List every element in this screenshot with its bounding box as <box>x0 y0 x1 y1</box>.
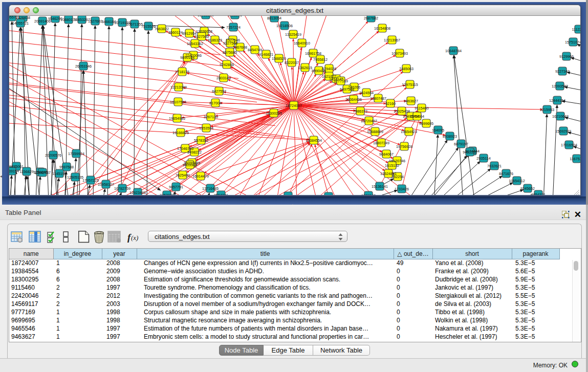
svg-text:7625402: 7625402 <box>176 173 190 178</box>
svg-text:19654985: 19654985 <box>169 116 185 121</box>
svg-text:12093582: 12093582 <box>552 84 568 89</box>
svg-text:8454749: 8454749 <box>248 48 262 52</box>
svg-text:14055721: 14055721 <box>12 21 29 26</box>
svg-text:13325419: 13325419 <box>285 32 301 37</box>
svg-text:4939154: 4939154 <box>9 169 19 173</box>
svg-text:26053346: 26053346 <box>75 64 92 69</box>
svg-text:9835061: 9835061 <box>9 164 24 169</box>
svg-text:18724007: 18724007 <box>286 103 302 108</box>
svg-text:13226058: 13226058 <box>196 29 212 34</box>
svg-text:1167533: 1167533 <box>570 157 580 161</box>
svg-text:7235952: 7235952 <box>321 194 336 195</box>
svg-text:7357224: 7357224 <box>226 25 241 30</box>
svg-text:10671355: 10671355 <box>126 22 143 27</box>
svg-text:1112228: 1112228 <box>572 27 580 32</box>
svg-text:8471676: 8471676 <box>499 171 513 176</box>
svg-text:2935114: 2935114 <box>476 156 490 161</box>
svg-text:7485063: 7485063 <box>399 67 413 71</box>
svg-text:16033809: 16033809 <box>198 16 214 17</box>
svg-text:252254: 252254 <box>391 174 404 179</box>
svg-text:16107554: 16107554 <box>170 100 186 104</box>
svg-text:9115460: 9115460 <box>415 106 428 111</box>
svg-text:3624554: 3624554 <box>359 91 374 95</box>
svg-text:12975115: 12975115 <box>402 82 418 87</box>
svg-text:1353594: 1353594 <box>199 126 213 130</box>
svg-text:16210643: 16210643 <box>552 114 569 119</box>
svg-text:1588520: 1588520 <box>272 56 286 61</box>
svg-text:9890164: 9890164 <box>180 55 194 60</box>
svg-text:164095: 164095 <box>432 128 444 133</box>
svg-text:10958107: 10958107 <box>98 182 114 187</box>
svg-text:9409948: 9409948 <box>183 163 197 167</box>
svg-text:13716485: 13716485 <box>202 186 219 191</box>
svg-text:16120746: 16120746 <box>389 159 405 163</box>
svg-text:9684067: 9684067 <box>379 152 394 157</box>
svg-text:2718176: 2718176 <box>175 70 189 74</box>
svg-text:6497568: 6497568 <box>340 87 354 92</box>
svg-text:19218506: 19218506 <box>276 24 293 28</box>
svg-text:15751074: 15751074 <box>565 40 580 45</box>
svg-text:3267130: 3267130 <box>204 115 218 119</box>
svg-text:12213389: 12213389 <box>170 85 187 90</box>
svg-text:9463627: 9463627 <box>404 99 418 103</box>
svg-text:9463112: 9463112 <box>463 150 476 155</box>
svg-text:62160: 62160 <box>385 101 396 106</box>
svg-text:10025438: 10025438 <box>394 109 410 114</box>
svg-text:9876543: 9876543 <box>361 193 376 195</box>
svg-text:1362615: 1362615 <box>298 65 312 70</box>
svg-text:5578352: 5578352 <box>194 138 208 143</box>
svg-text:18300295: 18300295 <box>266 111 282 116</box>
svg-text:7663822: 7663822 <box>155 27 169 31</box>
svg-text:2803144: 2803144 <box>216 76 231 80</box>
svg-text:19654923: 19654923 <box>401 129 417 134</box>
svg-text:3215953: 3215953 <box>540 107 554 112</box>
svg-text:20364436: 20364436 <box>345 97 362 102</box>
svg-text:16154808: 16154808 <box>374 26 390 31</box>
svg-text:12505135: 12505135 <box>67 175 83 180</box>
svg-text:19756928: 19756928 <box>396 144 412 149</box>
svg-text:9146821: 9146821 <box>259 52 273 57</box>
svg-text:8186323: 8186323 <box>208 38 222 42</box>
svg-text:7632621: 7632621 <box>487 164 502 168</box>
svg-text:8427552: 8427552 <box>212 89 226 94</box>
svg-text:8564231: 8564231 <box>214 193 228 195</box>
svg-text:12444154: 12444154 <box>549 98 565 103</box>
svg-text:2126838: 2126838 <box>16 16 30 20</box>
svg-text:6879197: 6879197 <box>454 142 468 146</box>
svg-text:16782759: 16782759 <box>114 186 130 191</box>
svg-text:9242848: 9242848 <box>220 62 234 67</box>
svg-text:18807249: 18807249 <box>373 141 389 145</box>
svg-text:7515526: 7515526 <box>141 24 156 29</box>
svg-text:5498222: 5498222 <box>187 150 202 155</box>
svg-text:10973493: 10973493 <box>391 51 408 56</box>
svg-text:1549564: 1549564 <box>410 114 424 119</box>
svg-text:10807487: 10807487 <box>370 96 386 101</box>
svg-text:9597588: 9597588 <box>59 165 74 169</box>
svg-text:7986372: 7986372 <box>353 109 367 114</box>
svg-text:9129966: 9129966 <box>559 54 574 59</box>
svg-text:9857791: 9857791 <box>169 185 183 189</box>
svg-text:9777169: 9777169 <box>334 79 348 83</box>
svg-text:17016504: 17016504 <box>561 143 577 147</box>
svg-text:15692971: 15692971 <box>555 129 572 134</box>
svg-text:9227342: 9227342 <box>555 69 570 74</box>
svg-text:1156829: 1156829 <box>19 169 33 174</box>
svg-text:16914479: 16914479 <box>192 174 209 179</box>
svg-text:15720407: 15720407 <box>361 119 377 123</box>
svg-text:19384554: 19384554 <box>306 138 322 143</box>
svg-text:6125934: 6125934 <box>281 194 295 195</box>
svg-text:9218506: 9218506 <box>228 16 242 17</box>
svg-text:(x): (x) <box>131 234 138 242</box>
svg-text:12923446: 12923446 <box>129 190 146 195</box>
svg-text:12213967: 12213967 <box>384 38 400 42</box>
svg-text:9699695: 9699695 <box>419 121 433 126</box>
svg-text:19166825: 19166825 <box>172 130 189 135</box>
svg-text:8322037: 8322037 <box>285 60 299 65</box>
svg-text:10654112: 10654112 <box>509 179 525 183</box>
svg-text:16961758: 16961758 <box>305 51 321 56</box>
svg-text:8675685: 8675685 <box>223 50 237 55</box>
svg-text:8813054: 8813054 <box>267 16 281 20</box>
svg-text:15136141: 15136141 <box>372 184 388 189</box>
svg-text:7955812: 7955812 <box>313 57 328 62</box>
svg-text:7453928: 7453928 <box>160 193 174 195</box>
